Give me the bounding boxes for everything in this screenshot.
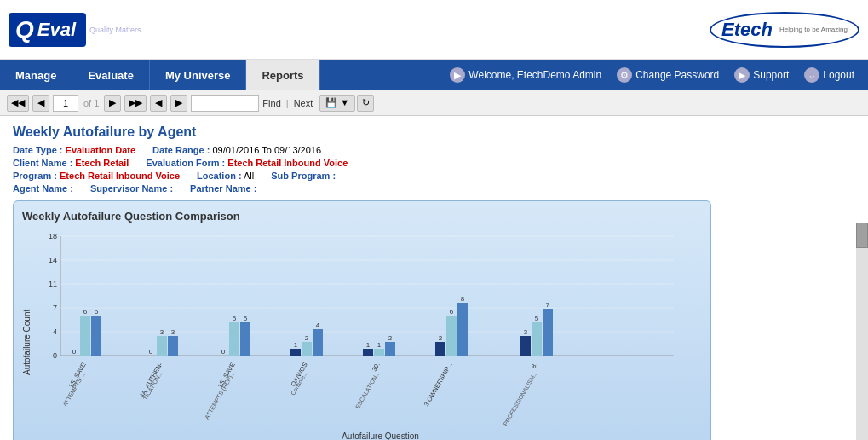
svg-text:3: 3: [524, 328, 528, 336]
change-password-btn[interactable]: ⚙ Change Password: [612, 67, 724, 83]
qeval-logo: Q Eval: [9, 13, 86, 47]
y-axis-label: Autofailure Count: [22, 228, 32, 440]
etech-tagline: Helping to be Amazing: [779, 26, 848, 33]
bar-g5-dark: [363, 349, 373, 356]
program-value: Etech Retail Inbound Voice: [60, 171, 180, 181]
bar-g7-medium: [543, 309, 553, 356]
first-page-btn[interactable]: ◀◀: [7, 95, 29, 112]
svg-text:3 OWNERSHIP...: 3 OWNERSHIP...: [423, 362, 454, 408]
program-label: Program :: [13, 171, 57, 181]
logo-subtitle: Quality Matters: [89, 26, 141, 34]
svg-text:0: 0: [149, 348, 153, 356]
svg-text:6: 6: [83, 308, 88, 316]
sub-program-label: Sub Program :: [271, 171, 336, 181]
bar-g3-light: [229, 322, 239, 356]
client-value: Etech Retail: [75, 158, 129, 168]
svg-text:5: 5: [233, 315, 237, 322]
svg-text:PROFESSIONALISM...: PROFESSIONALISM...: [502, 370, 537, 427]
next-page-btn[interactable]: ▶: [104, 95, 121, 112]
toolbar: ◀◀ ◀ of 1 ▶ ▶▶ ◀ ▶ Find | Next 💾 ▼ ↻: [0, 90, 868, 116]
prev-page-btn[interactable]: ◀: [32, 95, 49, 112]
svg-text:6: 6: [450, 308, 454, 316]
logo-eval: Eval: [37, 19, 76, 41]
user-icon: ▶: [450, 67, 465, 83]
page-of: of 1: [83, 98, 99, 108]
bar-g6-medium: [457, 303, 468, 356]
svg-text:3: 3: [171, 328, 175, 336]
svg-text:18: 18: [49, 232, 57, 240]
eval-form-value: Etech Retail Inbound Voice: [227, 158, 348, 168]
svg-text:1: 1: [294, 341, 298, 349]
logout-btn[interactable]: ⌵ Logout: [799, 67, 859, 83]
refresh-btn[interactable]: ↻: [357, 95, 374, 112]
date-range-value: 09/01/2016 To 09/13/2016: [212, 145, 321, 155]
x-axis-title: Autofailure Question: [59, 431, 702, 440]
svg-text:8.: 8.: [530, 362, 539, 370]
bar-g5-medium: [385, 342, 395, 356]
welcome-user: ▶ Welcome, EtechDemo Admin: [445, 67, 606, 83]
bar-g7-light: [532, 322, 542, 356]
find-input[interactable]: [191, 95, 259, 112]
bar-g2-medium: [168, 336, 178, 356]
page-input[interactable]: [53, 95, 78, 112]
support-btn[interactable]: ▶ Support: [729, 67, 794, 83]
partner-label: Partner Name :: [190, 183, 256, 194]
bar-g6-dark: [435, 342, 445, 356]
client-label: Client Name :: [13, 158, 72, 168]
bar-g5-light: [374, 349, 384, 356]
scroll-thumb[interactable]: [856, 223, 868, 248]
svg-text:4: 4: [53, 327, 57, 336]
last-page-btn[interactable]: ▶▶: [124, 95, 147, 112]
agent-label: Agent Name :: [13, 183, 73, 194]
nav-right: ▶ Welcome, EtechDemo Admin ⚙ Change Pass…: [445, 67, 868, 83]
nav-my-universe[interactable]: My Universe: [150, 60, 247, 90]
etech-text: Etech: [721, 19, 773, 41]
logo-area: Q Eval Quality Matters: [9, 13, 141, 47]
svg-text:14: 14: [49, 256, 57, 264]
nav-manage[interactable]: Manage: [0, 60, 72, 90]
bar-g7-dark: [520, 336, 531, 356]
svg-text:3: 3: [160, 328, 164, 336]
svg-text:2: 2: [305, 334, 309, 342]
forward-btn[interactable]: ▶: [170, 95, 187, 112]
bar-g3-medium: [240, 322, 250, 356]
chart-title: Weekly Autofailure Question Comparison: [22, 210, 702, 223]
nav-evaluate[interactable]: Evaluate: [72, 60, 149, 90]
svg-text:7: 7: [546, 301, 550, 309]
svg-text:1: 1: [366, 341, 371, 349]
export-btn[interactable]: 💾 ▼: [319, 95, 355, 112]
date-type-value: Evaluation Date: [66, 145, 136, 155]
logo-q: Q: [15, 16, 34, 43]
top-header: Q Eval Quality Matters Etech Helping to …: [0, 0, 868, 60]
svg-text:6: 6: [95, 308, 99, 316]
svg-text:4: 4: [316, 321, 320, 329]
bar-g4-dark: [290, 349, 301, 356]
svg-text:2: 2: [388, 334, 393, 342]
bar-g4-medium: [313, 329, 323, 356]
date-type-label: Date Type :: [13, 145, 62, 155]
nav-reports[interactable]: Reports: [246, 60, 319, 90]
support-icon: ▶: [734, 67, 750, 83]
svg-text:8: 8: [461, 295, 465, 303]
find-sep: |: [286, 98, 289, 108]
nav-left: Manage Evaluate My Universe Reports: [0, 60, 320, 90]
supervisor-label: Supervisor Name :: [90, 183, 173, 194]
svg-text:5: 5: [244, 315, 248, 322]
svg-text:11: 11: [49, 280, 57, 288]
scroll-track[interactable]: [856, 223, 868, 440]
chart-svg-area: 0 4 7 11 14 18 0 6: [35, 228, 702, 440]
bar-g2-light: [157, 336, 167, 356]
next-find-btn[interactable]: Next: [294, 98, 313, 108]
gear-icon: ⚙: [617, 67, 632, 83]
svg-text:0: 0: [221, 348, 226, 356]
find-btn[interactable]: Find: [262, 98, 280, 108]
chart-body: Autofailure Count 0: [22, 228, 702, 440]
bar-g4-light: [302, 342, 312, 356]
svg-text:5: 5: [535, 315, 539, 322]
svg-text:0: 0: [72, 348, 77, 356]
location-label: Location :: [197, 171, 242, 181]
bar-g6-light: [446, 316, 457, 356]
svg-text:1: 1: [377, 341, 382, 349]
back-btn[interactable]: ◀: [150, 95, 167, 112]
svg-text:2: 2: [439, 334, 443, 342]
